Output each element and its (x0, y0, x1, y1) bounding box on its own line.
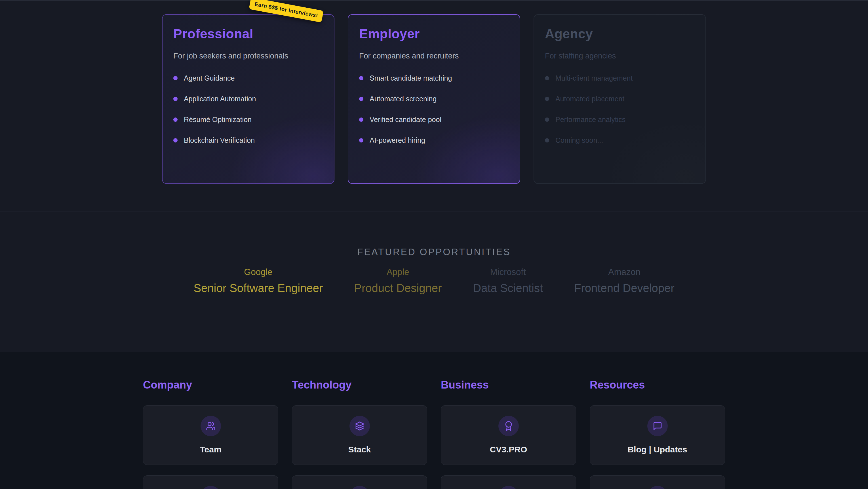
icon-circle (200, 486, 221, 489)
plan-feature-list: Multi-client management Automated placem… (545, 74, 695, 144)
plan-feature-label: Agent Guidance (184, 74, 235, 82)
footer-column-business: Business CV3.PRO (441, 379, 576, 489)
footer-card-label: CV3.PRO (490, 445, 527, 454)
plan-subtitle: For staffing agencies (545, 52, 695, 60)
featured-company: Apple (354, 267, 442, 277)
plan-feature-label: Application Automation (184, 95, 256, 103)
plan-feature-item: AI-powered hiring (359, 136, 509, 144)
icon-circle (647, 486, 668, 489)
featured-company: Amazon (574, 267, 675, 277)
featured-role: Data Scientist (473, 282, 543, 295)
plans-section: Earn $$$ for Interviews! Professional Fo… (0, 0, 868, 211)
footer-heading: Technology (292, 379, 427, 392)
promo-badge: Earn $$$ for Interviews! (249, 0, 324, 22)
bullet-icon (359, 97, 363, 101)
plan-feature-label: Verified candidate pool (370, 116, 441, 124)
plan-feature-item: Agent Guidance (173, 74, 323, 82)
plan-feature-item: Automated placement (545, 95, 695, 103)
plan-feature-item: Résumé Optimization (173, 116, 323, 124)
plan-feature-item: Coming soon... (545, 136, 695, 144)
icon-circle (349, 486, 370, 489)
plan-feature-item: Verified candidate pool (359, 116, 509, 124)
plan-feature-item: Smart candidate matching (359, 74, 509, 82)
plan-feature-label: Multi-client management (555, 74, 632, 82)
plan-feature-label: Performance analytics (555, 116, 625, 124)
plan-card-agency[interactable]: Agency For staffing agencies Multi-clien… (533, 14, 706, 184)
footer-card[interactable] (143, 476, 278, 489)
plan-subtitle: For job seekers and professionals (173, 52, 323, 60)
featured-role: Product Designer (354, 282, 442, 295)
featured-role: Frontend Developer (574, 282, 675, 295)
featured-opportunity[interactable]: Apple Product Designer (354, 267, 442, 295)
spacer-band (0, 324, 868, 352)
featured-company: Microsoft (473, 267, 543, 277)
plan-feature-list: Smart candidate matching Automated scree… (359, 74, 509, 144)
plan-feature-label: Résumé Optimization (184, 116, 252, 124)
footer-column-resources: Resources Blog | Updates (590, 379, 725, 489)
bullet-icon (545, 97, 549, 101)
plan-feature-item: Automated screening (359, 95, 509, 103)
icon-circle (647, 416, 668, 436)
footer-columns: Company Team Technology Stack Business C… (143, 352, 725, 489)
users-icon (206, 421, 216, 431)
footer-card-label: Stack (348, 445, 371, 454)
bullet-icon (173, 97, 178, 101)
featured-heading: FEATURED OPPORTUNITIES (0, 211, 868, 257)
footer-card[interactable] (590, 476, 725, 489)
bullet-icon (173, 138, 178, 142)
plan-title: Professional (173, 26, 323, 41)
bullet-icon (359, 117, 363, 122)
featured-company: Google (193, 267, 323, 277)
bullet-icon (173, 76, 178, 80)
footer-column-company: Company Team (143, 379, 278, 489)
footer-card-label: Blog | Updates (627, 445, 687, 454)
footer-card[interactable] (441, 476, 576, 489)
plan-feature-label: AI-powered hiring (370, 136, 425, 144)
footer-card[interactable]: Blog | Updates (590, 405, 725, 465)
plan-feature-list: Agent Guidance Application Automation Ré… (173, 74, 323, 144)
plan-title: Agency (545, 26, 695, 41)
footer: Company Team Technology Stack Business C… (0, 352, 868, 489)
page: Earn $$$ for Interviews! Professional Fo… (0, 0, 868, 489)
plan-feature-item: Performance analytics (545, 116, 695, 124)
footer-card[interactable]: Team (143, 405, 278, 465)
icon-circle (200, 416, 221, 436)
bullet-icon (545, 138, 549, 142)
layers-icon (355, 421, 365, 431)
plan-feature-label: Automated placement (555, 95, 624, 103)
footer-heading: Company (143, 379, 278, 392)
plan-feature-label: Smart candidate matching (370, 74, 452, 82)
plan-feature-item: Multi-client management (545, 74, 695, 82)
bullet-icon (359, 76, 363, 80)
message-icon (653, 421, 662, 431)
plan-card-professional[interactable]: Earn $$$ for Interviews! Professional Fo… (162, 14, 335, 184)
footer-card[interactable]: CV3.PRO (441, 405, 576, 465)
footer-card[interactable]: Stack (292, 405, 427, 465)
featured-opportunity[interactable]: Google Senior Software Engineer (193, 267, 323, 295)
bullet-icon (545, 76, 549, 80)
plan-card-employer[interactable]: Employer For companies and recruiters Sm… (348, 14, 520, 184)
plan-title: Employer (359, 26, 509, 41)
bullet-icon (545, 117, 549, 122)
plan-feature-item: Application Automation (173, 95, 323, 103)
plan-feature-label: Coming soon... (555, 136, 603, 144)
plan-subtitle: For companies and recruiters (359, 52, 509, 60)
featured-opportunity[interactable]: Amazon Frontend Developer (574, 267, 675, 295)
featured-opportunity[interactable]: Microsoft Data Scientist (473, 267, 543, 295)
footer-card-label: Team (200, 445, 221, 454)
bullet-icon (173, 117, 178, 122)
featured-section: FEATURED OPPORTUNITIES Google Senior Sof… (0, 211, 868, 324)
featured-role: Senior Software Engineer (193, 282, 323, 295)
award-icon (504, 421, 514, 431)
plan-feature-label: Automated screening (370, 95, 437, 103)
icon-circle (349, 416, 370, 436)
bullet-icon (359, 138, 363, 142)
footer-heading: Business (441, 379, 576, 392)
icon-circle (498, 486, 519, 489)
plans-row: Earn $$$ for Interviews! Professional Fo… (0, 1, 868, 184)
plan-feature-label: Blockchain Verification (184, 136, 255, 144)
footer-card[interactable] (292, 476, 427, 489)
footer-column-technology: Technology Stack (292, 379, 427, 489)
footer-heading: Resources (590, 379, 725, 392)
icon-circle (498, 416, 519, 436)
